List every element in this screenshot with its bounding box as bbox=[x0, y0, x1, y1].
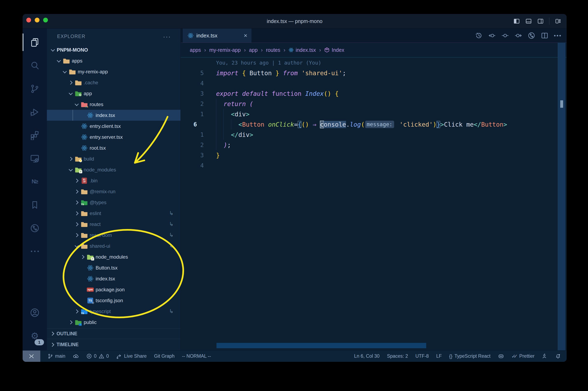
breadcrumb-item-apps[interactable]: apps bbox=[190, 47, 201, 53]
toggle-panel-icon[interactable] bbox=[525, 18, 532, 24]
tree-item-shared-ui[interactable]: shared-ui↳ bbox=[47, 241, 181, 251]
breadcrumb-item-index-tsx[interactable]: index.tsx bbox=[289, 47, 316, 53]
status-git-graph[interactable]: Git Graph bbox=[154, 353, 175, 359]
explorer-icon[interactable] bbox=[23, 31, 47, 54]
more-actions-icon[interactable] bbox=[554, 35, 561, 36]
status-remote-indicator[interactable] bbox=[23, 351, 40, 362]
tree-item-build[interactable]: build bbox=[47, 153, 181, 164]
tree-item-react[interactable]: react↳ bbox=[47, 219, 181, 230]
tree-item-tsconfig-json[interactable]: TS⚙tsconfig.json bbox=[47, 295, 181, 306]
toggle-secondary-sidebar-icon[interactable] bbox=[537, 18, 544, 24]
gitlens-circle-icon[interactable] bbox=[528, 32, 535, 39]
breadcrumb-label: Index bbox=[332, 47, 344, 53]
gitlens-icon[interactable] bbox=[23, 216, 47, 240]
run-debug-icon[interactable] bbox=[23, 100, 47, 123]
tree-item-root-tsx[interactable]: root.tsx bbox=[47, 142, 181, 153]
nx-console-icon[interactable]: N≥ bbox=[23, 170, 47, 193]
status-prettier[interactable]: ✓✓Prettier bbox=[511, 353, 535, 359]
code-token: ) bbox=[433, 121, 436, 128]
more-views-icon[interactable] bbox=[23, 240, 47, 263]
code-editor[interactable]: You, 23 hours ago | 1 author (You)5impor… bbox=[181, 57, 567, 350]
code-line[interactable]: 1 </div> bbox=[181, 129, 567, 140]
toggle-primary-sidebar-icon[interactable] bbox=[513, 18, 520, 24]
tree-item-public[interactable]: 👥public bbox=[47, 317, 181, 328]
tree-item-types[interactable]: TS@types bbox=[47, 197, 181, 208]
code-line[interactable]: 4 bbox=[181, 78, 567, 88]
change-icon[interactable] bbox=[501, 32, 509, 39]
outline-section[interactable]: OUTLINE bbox=[47, 328, 181, 339]
tab-index-tsx[interactable]: index.tsx × bbox=[183, 29, 251, 43]
code-line[interactable]: 2 return ( bbox=[181, 99, 567, 109]
code-line[interactable]: 1 <div> bbox=[181, 109, 567, 119]
code-line[interactable]: 3export default function Index() { bbox=[181, 88, 567, 99]
vertical-scrollbar[interactable] bbox=[558, 43, 565, 350]
tree-item-routes[interactable]: ●●●routes bbox=[47, 99, 181, 110]
tree-item-app[interactable]: ⚙app bbox=[47, 88, 181, 99]
tree-item-remix-run[interactable]: @remix-run bbox=[47, 186, 181, 197]
next-change-icon[interactable] bbox=[515, 32, 522, 39]
status-notifications[interactable] bbox=[555, 353, 561, 359]
status-feedback[interactable] bbox=[542, 353, 548, 359]
code-line[interactable]: You, 23 hours ago | 1 author (You) bbox=[181, 58, 567, 68]
remote-explorer-icon[interactable] bbox=[23, 147, 47, 170]
tree-item-package-json[interactable]: npmpackage.json bbox=[47, 284, 181, 295]
status-cursor-position[interactable]: Ln 6, Col 30 bbox=[354, 353, 380, 359]
horizontal-scrollbar[interactable] bbox=[216, 343, 426, 348]
tree-item-my-remix-app[interactable]: my-remix-app bbox=[47, 66, 181, 77]
timeline-section[interactable]: TIMELINE bbox=[47, 339, 181, 350]
breadcrumb-item-index[interactable]: Index bbox=[324, 47, 344, 53]
status-vim-mode[interactable]: -- NORMAL -- bbox=[182, 353, 211, 359]
code-token bbox=[309, 121, 313, 128]
source-control-icon[interactable] bbox=[23, 77, 47, 100]
status-eol[interactable]: LF bbox=[436, 353, 442, 359]
tree-item-index-tsx[interactable]: index.tsx bbox=[47, 110, 181, 121]
tree-item-button-tsx[interactable]: Button.tsx bbox=[47, 262, 181, 273]
previous-change-icon[interactable] bbox=[488, 32, 496, 39]
line-number: 6 bbox=[181, 119, 216, 129]
split-editor-icon[interactable] bbox=[541, 32, 548, 39]
status-problems[interactable]: 00 bbox=[86, 353, 109, 359]
tree-item-bin[interactable]: 0110.bin bbox=[47, 175, 181, 186]
search-icon[interactable] bbox=[23, 54, 47, 77]
history-icon[interactable] bbox=[475, 32, 483, 39]
account-icon[interactable] bbox=[23, 301, 47, 324]
tab-bar: index.tsx × bbox=[181, 29, 567, 43]
code-line[interactable]: 2 ); bbox=[181, 140, 567, 150]
tree-item-eslint[interactable]: eslint↳ bbox=[47, 208, 181, 219]
tree-item-entry-client-tsx[interactable]: entry.client.tsx bbox=[47, 121, 181, 132]
code-line[interactable]: 3} bbox=[181, 150, 567, 160]
tree-item-pnpm-mono[interactable]: PNPM-MONO bbox=[47, 44, 181, 55]
tree-item-react-dom[interactable]: react-dom↳ bbox=[47, 230, 181, 241]
tree-item-node-modules[interactable]: jsnode_modules bbox=[47, 164, 181, 175]
status-language-mode[interactable]: {}TypeScript React bbox=[449, 353, 490, 359]
status-sync-cloud[interactable] bbox=[73, 353, 79, 359]
scrollbar-thumb[interactable] bbox=[560, 100, 563, 108]
breadcrumb-item-my-remix-app[interactable]: my-remix-app bbox=[209, 47, 241, 53]
status-copilot[interactable] bbox=[498, 353, 504, 359]
tree-item-apps[interactable]: apps bbox=[47, 55, 181, 66]
status-encoding[interactable]: UTF-8 bbox=[415, 353, 429, 359]
status-indentation[interactable]: Spaces: 2 bbox=[387, 353, 408, 359]
tree-item-label: react-dom bbox=[90, 232, 112, 238]
breadcrumb-label: app bbox=[249, 47, 258, 53]
settings-gear-icon[interactable]: ⚙1 bbox=[23, 324, 47, 347]
code-line[interactable]: 4 bbox=[181, 160, 567, 171]
tree-item-node-modules[interactable]: jsnode_modules bbox=[47, 251, 181, 262]
tree-item-entry-server-tsx[interactable]: entry.server.tsx bbox=[47, 132, 181, 142]
tree-item-index-tsx[interactable]: index.tsx bbox=[47, 273, 181, 284]
customize-layout-icon[interactable] bbox=[555, 18, 561, 24]
code-line[interactable]: 6 <Button onClick={() ⇒ console.log(mess… bbox=[181, 119, 567, 129]
close-tab-icon[interactable]: × bbox=[244, 32, 247, 39]
bookmarks-icon[interactable] bbox=[23, 193, 47, 216]
breadcrumb-item-routes[interactable]: routes bbox=[266, 47, 280, 53]
code-token: () bbox=[301, 121, 309, 128]
tree-item-cache[interactable]: .cache bbox=[47, 77, 181, 88]
explorer-more-actions-icon[interactable]: ··· bbox=[163, 36, 171, 38]
tree-item-typescript[interactable]: TStypescript↳ bbox=[47, 306, 181, 317]
breadcrumb-item-app[interactable]: app bbox=[249, 47, 258, 53]
status-git-branch[interactable]: main bbox=[48, 353, 65, 359]
code-token: { bbox=[335, 90, 339, 97]
code-line[interactable]: 5import { Button } from 'shared-ui'; bbox=[181, 68, 567, 78]
status-live-share[interactable]: Live Share bbox=[116, 353, 147, 359]
extensions-icon[interactable] bbox=[23, 123, 47, 147]
